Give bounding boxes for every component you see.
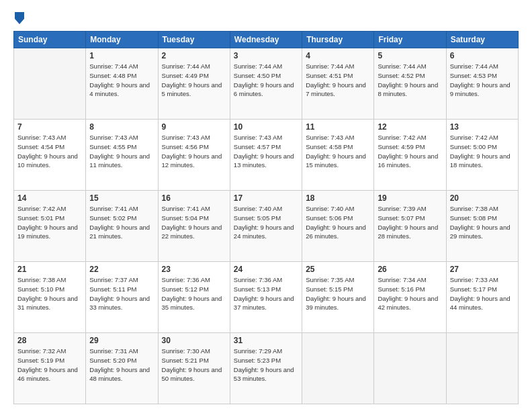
sunrise-label: Sunrise: 7:40 AM — [306, 205, 354, 212]
calendar-cell: 3 Sunrise: 7:44 AM Sunset: 4:50 PM Dayli… — [230, 48, 302, 120]
calendar-cell: 31 Sunrise: 7:29 AM Sunset: 5:23 PM Dayl… — [230, 333, 302, 404]
calendar-cell — [446, 333, 518, 404]
calendar-cell: 20 Sunrise: 7:38 AM Sunset: 5:08 PM Dayl… — [446, 191, 518, 262]
daylight-label: Daylight: 9 hours and 50 minutes. — [162, 366, 222, 383]
weekday-header: Monday — [86, 32, 158, 48]
sunset-label: Sunset: 4:51 PM — [306, 72, 353, 79]
daylight-label: Daylight: 9 hours and 21 minutes. — [89, 224, 150, 240]
calendar-cell: 8 Sunrise: 7:43 AM Sunset: 4:55 PM Dayli… — [86, 120, 158, 191]
sunset-label: Sunset: 5:17 PM — [450, 285, 497, 293]
calendar-cell — [374, 333, 446, 404]
sunrise-label: Sunrise: 7:36 AM — [162, 276, 210, 283]
calendar-cell: 7 Sunrise: 7:43 AM Sunset: 4:54 PM Dayli… — [14, 120, 86, 191]
day-info: Sunrise: 7:44 AM Sunset: 4:48 PM Dayligh… — [89, 62, 154, 99]
sunset-label: Sunset: 5:23 PM — [234, 357, 281, 364]
day-info: Sunrise: 7:37 AM Sunset: 5:11 PM Dayligh… — [89, 275, 154, 312]
calendar-week-row: 7 Sunrise: 7:43 AM Sunset: 4:54 PM Dayli… — [14, 120, 519, 191]
day-number: 26 — [378, 265, 442, 274]
day-number: 10 — [234, 122, 298, 132]
calendar-week-row: 14 Sunrise: 7:42 AM Sunset: 5:01 PM Dayl… — [14, 191, 519, 262]
daylight-label: Daylight: 9 hours and 46 minutes. — [17, 366, 78, 383]
sunrise-label: Sunrise: 7:34 AM — [378, 276, 426, 283]
daylight-label: Daylight: 9 hours and 5 minutes. — [162, 81, 222, 98]
sunset-label: Sunset: 5:11 PM — [89, 285, 136, 293]
day-number: 11 — [306, 122, 370, 132]
day-number: 6 — [450, 51, 515, 60]
day-number: 12 — [378, 122, 442, 132]
sunset-label: Sunset: 5:10 PM — [17, 285, 64, 293]
day-info: Sunrise: 7:41 AM Sunset: 5:02 PM Dayligh… — [89, 204, 154, 241]
sunrise-label: Sunrise: 7:44 AM — [450, 62, 498, 70]
sunset-label: Sunset: 4:55 PM — [89, 143, 136, 150]
weekday-header: Friday — [374, 32, 446, 48]
day-number: 29 — [89, 336, 154, 345]
day-info: Sunrise: 7:40 AM Sunset: 5:05 PM Dayligh… — [234, 204, 298, 241]
day-info: Sunrise: 7:44 AM Sunset: 4:49 PM Dayligh… — [162, 62, 226, 99]
sunrise-label: Sunrise: 7:30 AM — [162, 347, 210, 355]
sunrise-label: Sunrise: 7:44 AM — [378, 62, 426, 70]
sunset-label: Sunset: 5:21 PM — [162, 357, 209, 364]
day-info: Sunrise: 7:33 AM Sunset: 5:17 PM Dayligh… — [450, 275, 515, 312]
sunrise-label: Sunrise: 7:40 AM — [234, 205, 282, 212]
day-number: 17 — [234, 193, 298, 203]
sunrise-label: Sunrise: 7:43 AM — [234, 134, 282, 141]
sunset-label: Sunset: 5:05 PM — [234, 214, 281, 222]
day-number: 23 — [162, 265, 226, 274]
sunrise-label: Sunrise: 7:32 AM — [17, 347, 66, 355]
day-info: Sunrise: 7:29 AM Sunset: 5:23 PM Dayligh… — [234, 347, 298, 383]
day-info: Sunrise: 7:44 AM Sunset: 4:50 PM Dayligh… — [234, 62, 298, 99]
calendar-cell: 19 Sunrise: 7:39 AM Sunset: 5:07 PM Dayl… — [374, 191, 446, 262]
sunset-label: Sunset: 5:20 PM — [89, 357, 136, 364]
sunrise-label: Sunrise: 7:39 AM — [378, 205, 426, 212]
daylight-label: Daylight: 9 hours and 8 minutes. — [378, 81, 438, 98]
sunset-label: Sunset: 5:06 PM — [306, 214, 353, 222]
day-info: Sunrise: 7:44 AM Sunset: 4:52 PM Dayligh… — [378, 62, 442, 99]
daylight-label: Daylight: 9 hours and 53 minutes. — [234, 366, 294, 383]
daylight-label: Daylight: 9 hours and 26 minutes. — [306, 224, 366, 240]
calendar-cell: 17 Sunrise: 7:40 AM Sunset: 5:05 PM Dayl… — [230, 191, 302, 262]
day-number: 30 — [162, 336, 226, 345]
sunset-label: Sunset: 5:12 PM — [162, 285, 209, 293]
daylight-label: Daylight: 9 hours and 24 minutes. — [234, 224, 294, 240]
sunset-label: Sunset: 5:04 PM — [162, 214, 209, 222]
day-number: 4 — [306, 51, 370, 60]
sunset-label: Sunset: 4:58 PM — [306, 143, 353, 150]
day-info: Sunrise: 7:36 AM Sunset: 5:13 PM Dayligh… — [234, 275, 298, 312]
daylight-label: Daylight: 9 hours and 4 minutes. — [89, 81, 150, 98]
calendar-cell: 11 Sunrise: 7:43 AM Sunset: 4:58 PM Dayl… — [302, 120, 374, 191]
calendar-cell: 4 Sunrise: 7:44 AM Sunset: 4:51 PM Dayli… — [302, 48, 374, 120]
day-info: Sunrise: 7:36 AM Sunset: 5:12 PM Dayligh… — [162, 275, 226, 312]
daylight-label: Daylight: 9 hours and 28 minutes. — [378, 224, 438, 240]
daylight-label: Daylight: 9 hours and 18 minutes. — [450, 152, 511, 169]
calendar-cell: 25 Sunrise: 7:35 AM Sunset: 5:15 PM Dayl… — [302, 262, 374, 333]
day-number: 5 — [378, 51, 442, 60]
weekday-header: Saturday — [446, 32, 518, 48]
sunset-label: Sunset: 4:53 PM — [450, 72, 497, 79]
day-info: Sunrise: 7:43 AM Sunset: 4:54 PM Dayligh… — [17, 133, 82, 170]
day-info: Sunrise: 7:40 AM Sunset: 5:06 PM Dayligh… — [306, 204, 370, 241]
sunset-label: Sunset: 5:01 PM — [17, 214, 64, 222]
sunset-label: Sunset: 5:07 PM — [378, 214, 425, 222]
calendar-week-row: 21 Sunrise: 7:38 AM Sunset: 5:10 PM Dayl… — [14, 262, 519, 333]
daylight-label: Daylight: 9 hours and 7 minutes. — [306, 81, 366, 98]
day-number: 14 — [17, 193, 82, 203]
daylight-label: Daylight: 9 hours and 42 minutes. — [378, 295, 438, 312]
day-number: 20 — [450, 193, 515, 203]
sunrise-label: Sunrise: 7:43 AM — [17, 134, 66, 141]
day-number: 2 — [162, 51, 226, 60]
sunrise-label: Sunrise: 7:42 AM — [17, 205, 66, 212]
calendar-week-row: 28 Sunrise: 7:32 AM Sunset: 5:19 PM Dayl… — [14, 333, 519, 404]
calendar-cell: 18 Sunrise: 7:40 AM Sunset: 5:06 PM Dayl… — [302, 191, 374, 262]
sunrise-label: Sunrise: 7:33 AM — [450, 276, 498, 283]
day-number: 24 — [234, 265, 298, 274]
day-number: 16 — [162, 193, 226, 203]
sunrise-label: Sunrise: 7:44 AM — [234, 62, 282, 70]
day-number: 21 — [17, 265, 82, 274]
daylight-label: Daylight: 9 hours and 48 minutes. — [89, 366, 150, 383]
day-info: Sunrise: 7:35 AM Sunset: 5:15 PM Dayligh… — [306, 275, 370, 312]
day-info: Sunrise: 7:38 AM Sunset: 5:10 PM Dayligh… — [17, 275, 82, 312]
calendar-cell — [14, 48, 86, 120]
daylight-label: Daylight: 9 hours and 19 minutes. — [17, 224, 78, 240]
sunrise-label: Sunrise: 7:35 AM — [306, 276, 354, 283]
sunset-label: Sunset: 4:48 PM — [89, 72, 136, 79]
